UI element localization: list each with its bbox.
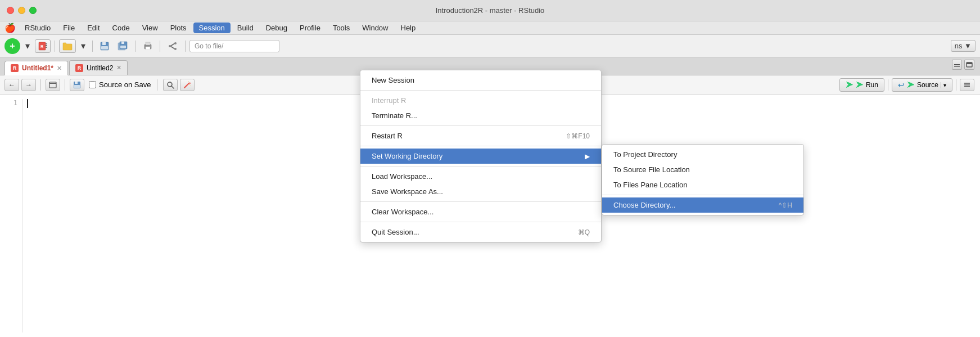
sep2 <box>360 125 601 126</box>
menu-rstudio[interactable]: RStudio <box>19 23 56 33</box>
navigate-forward-button[interactable]: → <box>21 79 36 91</box>
source-sep <box>956 79 956 91</box>
menu-view[interactable]: View <box>137 23 164 33</box>
source-arrow2-icon: ⮞ <box>907 80 915 89</box>
run-button[interactable]: ⮞ ⮞ Run <box>839 78 884 92</box>
maximize-button[interactable] <box>29 7 37 14</box>
menu-bar: 🍎 RStudio File Edit Code View Plots Sess… <box>0 21 980 35</box>
sep5 <box>185 41 186 52</box>
source-label: Source <box>917 81 938 89</box>
tab-close-untitled1[interactable]: ✕ <box>57 65 62 72</box>
menu-profile[interactable]: Profile <box>294 23 326 33</box>
sep1 <box>55 41 55 52</box>
svg-rect-10 <box>121 42 124 44</box>
magic-wand-button[interactable] <box>180 79 195 91</box>
open-file-button[interactable] <box>59 39 76 53</box>
run-label: Run <box>866 81 878 89</box>
sep4 <box>360 166 601 167</box>
close-button[interactable] <box>7 7 14 14</box>
menu-save-workspace[interactable]: Save Workspace As... <box>360 184 601 199</box>
menu-build[interactable]: Build <box>232 23 259 33</box>
menu-window[interactable]: Window <box>356 23 394 33</box>
menu-help[interactable]: Help <box>395 23 422 33</box>
ns-dropdown[interactable]: ns ▼ <box>951 40 976 52</box>
tab-title-untitled1: Untitled1* <box>22 64 53 72</box>
tab-close-untitled2[interactable]: ✕ <box>116 64 121 71</box>
submenu-sep <box>602 195 803 195</box>
tab-title-untitled2: Untitled2 <box>87 64 113 72</box>
clear-workspace-label: Clear Workspace... <box>372 208 433 216</box>
tab-r-icon-1: R <box>11 64 19 72</box>
menu-plots[interactable]: Plots <box>165 23 192 33</box>
print-icon <box>143 41 153 51</box>
restart-r-label: Restart R <box>372 132 403 140</box>
menu-edit[interactable]: Edit <box>82 23 105 33</box>
save-small-icon <box>73 81 81 89</box>
menu-interrupt-r: Interrupt R <box>360 93 601 108</box>
submenu-to-files-pane[interactable]: To Files Pane Location <box>602 177 803 192</box>
svg-rect-6 <box>102 42 106 45</box>
maximize-pane-button[interactable] <box>964 60 974 70</box>
show-in-window-button[interactable] <box>46 79 60 91</box>
sep4 <box>160 41 160 52</box>
save-button[interactable] <box>97 39 112 53</box>
submenu-choose-dir[interactable]: Choose Directory... ^⇧H <box>602 197 803 213</box>
menu-session[interactable]: Session <box>193 23 231 33</box>
menu-restart-r[interactable]: Restart R ⇧⌘F10 <box>360 128 601 143</box>
sep3 <box>136 41 136 52</box>
menu-terminate-r[interactable]: Terminate R... <box>360 108 601 123</box>
editor-options-button[interactable] <box>960 79 974 91</box>
svg-line-32 <box>189 84 190 85</box>
save-workspace-label: Save Workspace As... <box>372 187 443 196</box>
menu-quit-session[interactable]: Quit Session... ⌘Q <box>360 224 601 240</box>
nav-separator <box>40 79 41 91</box>
session-menu: New Session Interrupt R Terminate R... R… <box>360 70 602 242</box>
save-all-button[interactable] <box>115 39 132 53</box>
submenu-to-source-file[interactable]: To Source File Location <box>602 162 803 177</box>
navigate-back-button[interactable]: ← <box>4 79 19 91</box>
line-numbers: 1 <box>0 99 22 332</box>
svg-rect-20 <box>954 66 960 67</box>
new-session-label: New Session <box>372 76 414 84</box>
go-to-file-input[interactable]: Go to file/ <box>189 40 279 52</box>
menu-set-working-dir[interactable]: Set Working Directory ▶ <box>360 149 601 164</box>
share-icon <box>167 41 178 51</box>
apple-menu[interactable]: 🍎 <box>4 23 16 33</box>
source-on-save-label: Source on Save <box>99 80 151 89</box>
tab-untitled1[interactable]: R Untitled1* ✕ <box>4 61 68 75</box>
menu-debug[interactable]: Debug <box>260 23 293 33</box>
to-files-pane-label: To Files Pane Location <box>613 181 688 189</box>
source-button[interactable]: ↩ ⮞ Source ▾ <box>892 78 952 92</box>
main-content: + ▾ R ▾ <box>0 35 980 337</box>
minimize-icon <box>954 62 960 68</box>
options-icon <box>964 82 970 88</box>
minimize-pane-button[interactable] <box>952 60 962 70</box>
toolbar-dropdown-button[interactable]: ▾ <box>22 39 33 53</box>
submenu-to-project-dir[interactable]: To Project Directory <box>602 147 803 162</box>
tab-untitled2[interactable]: R Untitled2 ✕ <box>69 60 128 75</box>
menu-new-session[interactable]: New Session <box>360 73 601 88</box>
save-all-icon <box>118 41 129 51</box>
share-button[interactable] <box>164 39 181 53</box>
svg-point-17 <box>174 42 177 44</box>
find-button[interactable] <box>163 79 178 91</box>
menu-load-workspace[interactable]: Load Workspace... <box>360 169 601 184</box>
open-dropdown-button[interactable]: ▾ <box>78 39 88 53</box>
source-on-save-checkbox[interactable] <box>89 81 96 88</box>
print-button[interactable] <box>140 39 156 53</box>
menu-clear-workspace[interactable]: Clear Workspace... <box>360 204 601 219</box>
new-r-script-button[interactable]: R <box>35 39 51 53</box>
right-editor-toolbar: ⮞ ⮞ Run ↩ ⮞ Source ▾ <box>839 75 974 95</box>
menu-tools[interactable]: Tools <box>327 23 355 33</box>
new-file-button[interactable]: + <box>4 38 20 54</box>
minimize-button[interactable] <box>18 7 25 14</box>
toolbar: + ▾ R ▾ <box>0 35 980 57</box>
source-dropdown-icon[interactable]: ▾ <box>941 82 946 88</box>
menu-code[interactable]: Code <box>107 23 136 33</box>
sep7 <box>157 79 157 91</box>
line-number-1: 1 <box>4 99 17 107</box>
folder-icon <box>62 41 73 51</box>
sep6 <box>360 222 601 222</box>
menu-file[interactable]: File <box>57 23 80 33</box>
save-editor-button[interactable] <box>70 79 84 91</box>
